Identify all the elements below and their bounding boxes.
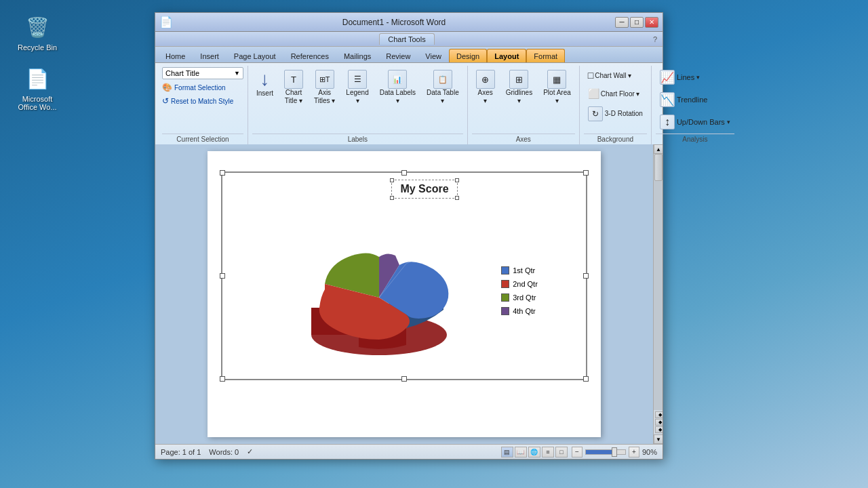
tab-review[interactable]: Review xyxy=(378,49,418,62)
handle-bot-center[interactable] xyxy=(401,376,407,382)
current-selection-label: Current Selection xyxy=(162,134,243,143)
zoom-controls: − + 90% xyxy=(572,447,657,458)
gridlines-button[interactable]: ⊞ Gridlines ▾ xyxy=(502,67,536,108)
desktop-icons: 🗑️ Recycle Bin 📄 Microsoft Office Wo... xyxy=(14,14,61,111)
vertical-scrollbar[interactable]: ▲ ◆ ◆ ◆ ▼ xyxy=(653,144,663,444)
tab-page-layout[interactable]: Page Layout xyxy=(226,49,283,62)
chart-element-dropdown[interactable]: Chart Title ▼ xyxy=(162,67,243,79)
axes-group: ⊕ Axes ▾ ⊞ Gridlines ▾ ▦ xyxy=(469,66,580,144)
outline-btn[interactable]: ≡ xyxy=(542,447,554,458)
scroll-down-button[interactable]: ▼ xyxy=(654,434,663,444)
legend-color-1st xyxy=(501,266,509,274)
legend-item-1st: 1st Qtr xyxy=(501,266,538,274)
title-bar: 📄 Document1 - Microsoft Word ─ □ ✕ xyxy=(155,13,663,32)
desktop: 🗑️ Recycle Bin 📄 Microsoft Office Wo... … xyxy=(0,0,868,488)
title-handle-tr[interactable] xyxy=(455,178,459,182)
tab-home[interactable]: Home xyxy=(158,49,193,62)
legend-item-2nd: 2nd Qtr xyxy=(501,280,538,288)
handle-top-left[interactable] xyxy=(220,170,225,176)
tab-view[interactable]: View xyxy=(418,49,449,62)
legend-label-4th: 4th Qtr xyxy=(513,307,536,315)
status-right: ▤ 📖 🌐 ≡ □ − + 90% xyxy=(501,447,657,458)
chart-tools-bar: Chart Tools ? xyxy=(155,32,663,47)
zoom-slider[interactable] xyxy=(585,449,626,455)
window-title: Document1 - Microsoft Word xyxy=(173,18,615,27)
axes-group-label: Axes xyxy=(472,134,575,143)
lines-button[interactable]: 📈 Lines ▾ xyxy=(656,67,704,87)
zoom-out-button[interactable]: − xyxy=(572,447,583,458)
scroll-track[interactable] xyxy=(654,154,663,410)
scroll-btn-2[interactable]: ◆ xyxy=(655,419,663,426)
handle-mid-left[interactable] xyxy=(220,273,225,279)
scroll-up-button[interactable]: ▲ xyxy=(654,144,663,154)
data-labels-button[interactable]: 📊 Data Labels ▾ xyxy=(376,67,420,108)
chart-container[interactable]: My Score xyxy=(221,171,587,380)
title-handle-br[interactable] xyxy=(455,196,459,200)
scroll-btn-1[interactable]: ◆ xyxy=(655,411,663,418)
scroll-btn-3[interactable]: ◆ xyxy=(655,426,663,433)
ribbon-content: Chart Title ▼ 🎨 Format Selection ↺ Reset… xyxy=(155,63,663,144)
title-handle-bl[interactable] xyxy=(390,196,394,200)
recycle-bin-label: Recycle Bin xyxy=(18,43,57,52)
print-layout-btn[interactable]: ▤ xyxy=(501,447,513,458)
word-window: 📄 Document1 - Microsoft Word ─ □ ✕ Chart… xyxy=(155,12,663,460)
close-button[interactable]: ✕ xyxy=(645,17,658,28)
current-selection-group: Chart Title ▼ 🎨 Format Selection ↺ Reset… xyxy=(159,66,248,144)
plot-area-button[interactable]: ▦ Plot Area ▾ xyxy=(539,67,575,108)
draft-btn[interactable]: □ xyxy=(555,447,568,458)
recycle-bin-icon[interactable]: 🗑️ Recycle Bin xyxy=(14,14,61,52)
legend-label-2nd: 2nd Qtr xyxy=(513,280,538,288)
chart-floor-button[interactable]: ⬜ Chart Floor ▾ xyxy=(584,85,644,102)
zoom-in-button[interactable]: + xyxy=(629,447,639,458)
chart-legend: 1st Qtr 2nd Qtr 3rd Qtr xyxy=(501,266,538,315)
chart-wall-button[interactable]: □ Chart Wall ▾ xyxy=(584,67,635,83)
tab-design[interactable]: Design xyxy=(449,49,487,62)
legend-color-3rd xyxy=(501,293,509,302)
web-layout-btn[interactable]: 🌐 xyxy=(528,447,540,458)
legend-item-4th: 4th Qtr xyxy=(501,307,538,315)
legend-button[interactable]: ☰ Legend ▾ xyxy=(342,67,372,108)
labels-group-label: Labels xyxy=(252,134,463,143)
background-group-label: Background xyxy=(584,134,647,143)
legend-label-3rd: 3rd Qtr xyxy=(513,293,536,302)
tab-layout[interactable]: Layout xyxy=(487,49,526,62)
page-info: Page: 1 of 1 xyxy=(161,448,201,456)
tab-mailings[interactable]: Mailings xyxy=(336,49,378,62)
title-handle-tl[interactable] xyxy=(390,178,394,182)
handle-bot-left[interactable] xyxy=(220,376,225,382)
insert-button[interactable]: ↓ Insert xyxy=(252,67,277,100)
doc-area: My Score xyxy=(155,144,663,444)
handle-top-right[interactable] xyxy=(583,170,589,176)
insert-labels-group: ↓ Insert T ChartTitle ▾ ⊞T xyxy=(250,66,468,144)
tab-references[interactable]: References xyxy=(283,49,336,62)
status-bar: Page: 1 of 1 Words: 0 ✓ ▤ 📖 🌐 ≡ □ − xyxy=(155,444,663,459)
trendline-button[interactable]: 📉 Trendline xyxy=(656,89,711,110)
up-down-bars-button[interactable]: ↕ Up/Down Bars ▾ xyxy=(656,112,734,132)
word-count: Words: 0 xyxy=(209,448,239,456)
tab-insert[interactable]: Insert xyxy=(193,49,226,62)
tab-format[interactable]: Format xyxy=(526,49,565,62)
legend-color-2nd xyxy=(501,280,509,288)
word-label: Microsoft Office Wo... xyxy=(18,95,56,111)
view-buttons: ▤ 📖 🌐 ≡ □ xyxy=(501,447,568,458)
legend-item-3rd: 3rd Qtr xyxy=(501,293,538,302)
handle-top-center[interactable] xyxy=(401,170,407,176)
dropdown-arrow-icon: ▼ xyxy=(234,70,240,77)
minimize-button[interactable]: ─ xyxy=(615,17,629,28)
full-reading-btn[interactable]: 📖 xyxy=(515,447,527,458)
handle-mid-right[interactable] xyxy=(583,273,589,279)
check-icon: ✓ xyxy=(247,447,253,456)
scroll-thumb[interactable] xyxy=(654,154,663,181)
axis-titles-button[interactable]: ⊞T AxisTitles ▾ xyxy=(310,67,339,108)
format-selection-link[interactable]: 🎨 Format Selection xyxy=(162,82,226,93)
ribbon-tabs: Home Insert Page Layout References Maili… xyxy=(155,47,663,63)
chart-title-button[interactable]: T ChartTitle ▾ xyxy=(280,67,307,108)
maximize-button[interactable]: □ xyxy=(630,17,644,28)
chart-title[interactable]: My Score xyxy=(391,180,457,199)
axes-button[interactable]: ⊕ Axes ▾ xyxy=(472,67,499,108)
3d-rotation-button[interactable]: ↻ 3-D Rotation xyxy=(584,104,647,124)
handle-bot-right[interactable] xyxy=(583,376,589,382)
data-table-button[interactable]: 📋 Data Table ▾ xyxy=(422,67,463,108)
reset-match-link[interactable]: ↺ Reset to Match Style xyxy=(162,96,233,106)
word-icon[interactable]: 📄 Microsoft Office Wo... xyxy=(14,65,61,111)
